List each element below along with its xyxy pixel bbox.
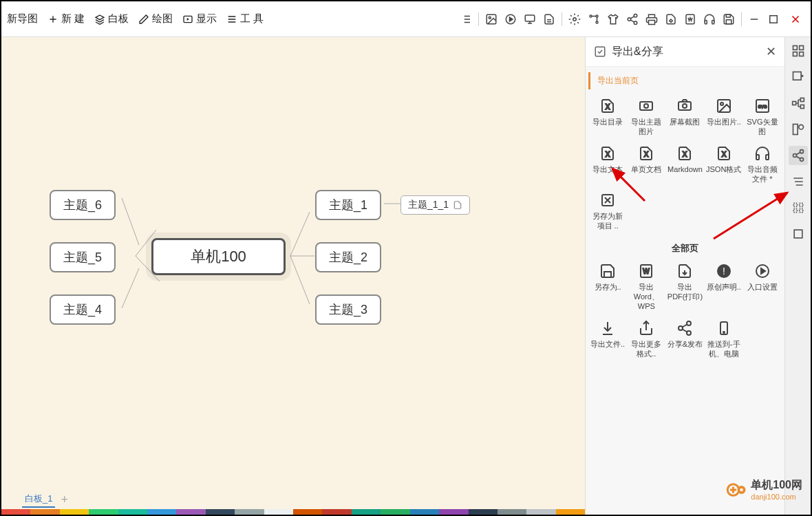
export-json[interactable]: XJSON格式 <box>706 142 742 187</box>
node-topic-2[interactable]: 主题_2 <box>315 242 381 272</box>
page-icon <box>453 200 462 210</box>
export-word[interactable]: W导出Word、WPS <box>628 260 664 314</box>
node-topic-1-1[interactable]: 主题_1_1 <box>400 195 470 215</box>
svg-point-11 <box>634 21 637 25</box>
layers-icon <box>94 14 105 25</box>
rside-link-icon[interactable] <box>789 94 808 113</box>
save-icon[interactable] <box>722 12 736 26</box>
headphone-icon[interactable] <box>703 12 716 26</box>
svg-point-30 <box>644 104 648 108</box>
export-markdown[interactable]: XMarkdown <box>667 142 703 187</box>
svg-text:SVG: SVG <box>758 105 767 109</box>
export-pdf[interactable]: 导出PDF(打印) <box>667 260 703 314</box>
rside-add-icon[interactable] <box>789 67 808 87</box>
new-button[interactable]: 新 建 <box>47 12 85 25</box>
svg-rect-59 <box>793 72 801 80</box>
save-new-project[interactable]: 另存为新项目 .. <box>590 189 626 234</box>
tab-whiteboard-1[interactable]: 白板_1 <box>22 491 55 508</box>
export-single-doc[interactable]: X单页文档 <box>628 142 664 187</box>
pdf-icon[interactable] <box>664 12 678 26</box>
node-topic-1[interactable]: 主题_1 <box>315 190 381 220</box>
monitor-icon[interactable] <box>523 12 537 26</box>
svg-point-10 <box>628 17 631 21</box>
gear-icon[interactable] <box>568 12 581 26</box>
node-topic-4[interactable]: 主题_4 <box>50 294 116 325</box>
export-catalog[interactable]: X导出目录 <box>590 95 626 140</box>
node-central[interactable]: 单机100 <box>151 238 286 275</box>
export-audio[interactable]: 导出音频文件 * <box>745 142 780 187</box>
svg-point-52 <box>687 331 691 335</box>
export-svg[interactable]: SVGSVG矢量图 <box>745 95 780 140</box>
svg-line-21 <box>290 212 310 256</box>
svg-rect-72 <box>794 230 802 238</box>
share-publish[interactable]: 分享&发布 <box>667 317 703 362</box>
list-icon[interactable] <box>459 12 473 26</box>
right-sidebar <box>784 37 811 515</box>
export-screenshot[interactable]: 屏幕截图 <box>667 95 703 140</box>
rside-share-icon[interactable] <box>789 146 808 165</box>
draw-button[interactable]: 绘图 <box>138 12 173 25</box>
panel-close-button[interactable]: ✕ <box>766 44 776 59</box>
minimize-icon[interactable] <box>747 12 761 26</box>
color-strip <box>1 509 585 515</box>
svg-rect-15 <box>712 20 714 23</box>
share-icon[interactable] <box>626 12 639 26</box>
svg-rect-12 <box>649 20 655 24</box>
svg-point-54 <box>723 332 725 333</box>
export-topic-img[interactable]: 导出主题图片 <box>628 95 664 140</box>
export-text[interactable]: X导出文本 <box>590 142 626 187</box>
export-more[interactable]: 导出更多格式.. <box>628 317 664 362</box>
plus-icon <box>47 14 58 25</box>
watermark: 单机100网danji100.com <box>726 478 802 501</box>
rside-outline-icon[interactable] <box>789 172 808 191</box>
svg-rect-56 <box>799 46 803 50</box>
entry-setting[interactable]: 入口设置 <box>745 260 780 314</box>
image-icon[interactable] <box>484 12 498 26</box>
canvas[interactable]: 主题_6 主题_5 主题_4 单机100 主题_1 主题_2 主题_3 主题_1… <box>1 37 585 515</box>
tab-add-button[interactable]: + <box>61 493 68 507</box>
original-claim[interactable]: !原创声明.. <box>706 260 742 314</box>
svg-rect-58 <box>799 52 803 56</box>
svg-rect-63 <box>793 125 798 135</box>
svg-rect-55 <box>793 46 797 50</box>
close-icon[interactable] <box>786 12 805 26</box>
node-topic-5[interactable]: 主题_5 <box>50 242 116 272</box>
push-device[interactable]: 推送到-手机、电脑 <box>706 317 742 362</box>
svg-rect-42 <box>766 155 769 160</box>
section-all-pages: 全部页 <box>586 237 784 257</box>
rside-frame-icon[interactable] <box>789 224 808 244</box>
export-file[interactable]: 导出文件.. <box>590 317 626 362</box>
app-title[interactable]: 新导图 <box>7 12 38 25</box>
print-icon[interactable] <box>645 12 659 26</box>
svg-rect-14 <box>705 20 707 23</box>
svg-point-32 <box>683 104 687 108</box>
rside-grid-icon[interactable] <box>789 198 808 217</box>
svg-point-51 <box>679 326 683 330</box>
node-topic-6[interactable]: 主题_6 <box>50 190 116 220</box>
section-current-page: 导出当前页 <box>588 72 782 89</box>
export-image[interactable]: 导出图片.. <box>706 95 742 140</box>
word-icon[interactable] <box>683 12 697 26</box>
svg-rect-31 <box>679 102 691 110</box>
watermark-logo-icon <box>726 480 747 500</box>
play-circle-icon[interactable] <box>504 12 517 26</box>
svg-text:X: X <box>721 151 726 158</box>
whiteboard-button[interactable]: 白板 <box>94 12 129 25</box>
doc-icon[interactable] <box>542 12 556 26</box>
svg-text:W: W <box>643 268 650 275</box>
tree-icon[interactable] <box>587 12 601 26</box>
shirt-icon[interactable] <box>606 12 620 26</box>
svg-rect-69 <box>799 203 802 206</box>
svg-rect-17 <box>726 14 730 17</box>
display-button[interactable]: 显示 <box>182 12 217 25</box>
svg-rect-16 <box>726 19 731 23</box>
rside-style-icon[interactable] <box>789 120 808 139</box>
svg-text:X: X <box>606 151 610 158</box>
svg-point-9 <box>634 14 637 17</box>
save-as[interactable]: 另存为.. <box>590 260 626 314</box>
maximize-icon[interactable] <box>767 12 780 26</box>
tools-button[interactable]: 工 具 <box>226 12 264 25</box>
node-topic-3[interactable]: 主题_3 <box>315 294 381 325</box>
rside-structure-icon[interactable] <box>789 41 808 61</box>
svg-rect-29 <box>640 102 652 110</box>
